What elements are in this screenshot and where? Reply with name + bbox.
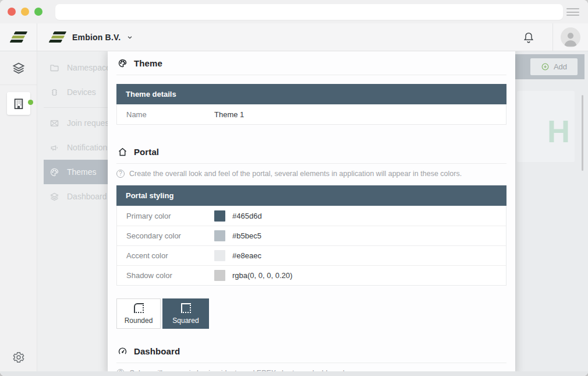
add-button[interactable]: Add <box>530 58 578 75</box>
building-icon <box>12 97 25 110</box>
layers-icon <box>12 61 26 75</box>
palette-icon <box>118 58 127 68</box>
color-swatch <box>214 250 225 261</box>
row-label: Secondary color <box>126 231 214 240</box>
subnav-divider <box>44 107 108 108</box>
theme-details-table-header: Theme details <box>116 84 506 104</box>
envelope-icon <box>49 118 59 128</box>
question-mark-icon: ? <box>116 170 125 178</box>
plus-circle-icon <box>541 62 550 71</box>
status-dot <box>28 100 33 105</box>
rounded-corner-icon <box>134 303 144 313</box>
rail-item-organization[interactable] <box>7 92 30 115</box>
zoom-window-button[interactable] <box>34 8 42 16</box>
minimize-window-button[interactable] <box>21 8 29 16</box>
browser-window: Embion B.V. <box>0 0 588 376</box>
row-label: Primary color <box>126 212 214 220</box>
rounded-corners-button[interactable]: Rounded <box>116 298 161 329</box>
table-row-name: Name Theme 1 <box>117 104 506 124</box>
portal-section-title: Portal <box>134 147 159 157</box>
color-swatch <box>214 210 225 222</box>
color-value: #465d6d <box>232 212 262 220</box>
scrollbar-thumb[interactable] <box>582 95 583 171</box>
browser-chrome <box>0 0 588 23</box>
color-value: #b5bec5 <box>232 231 261 240</box>
dashboard-section-header: Dashboard <box>116 339 506 363</box>
portal-section-header: Portal <box>116 140 506 164</box>
megaphone-icon <box>49 143 59 153</box>
rail-item-stack[interactable] <box>0 51 37 85</box>
row-label: Shadow color <box>126 271 214 280</box>
subnav-item-notifications[interactable]: Notifications <box>44 135 108 160</box>
dashboard-section-title: Dashboard <box>134 346 180 356</box>
folder-icon <box>49 63 59 73</box>
table-row-secondary-color: Secondary color #b5bec5 <box>117 226 506 245</box>
squared-corners-button[interactable]: Squared <box>162 298 209 329</box>
rail-logo-slot <box>0 23 37 51</box>
url-bar[interactable] <box>55 4 563 20</box>
subnav-item-dashboard-templates[interactable]: Dashboard templates <box>44 184 108 209</box>
organization-selector[interactable]: Embion B.V. <box>49 31 133 43</box>
organization-name: Embion B.V. <box>72 33 121 42</box>
portal-styling-table: Portal styling Primary color #465d6d Sec… <box>116 185 506 286</box>
table-row-primary-color: Primary color #465d6d <box>117 206 506 226</box>
portal-styling-table-header: Portal styling <box>116 185 506 206</box>
sub-navigation: Namespaces Devices Join requests Notific… <box>37 51 108 376</box>
subnav-item-devices[interactable]: Devices <box>44 80 108 104</box>
window-bottom-edge <box>0 371 588 376</box>
table-row-accent-color: Accent color #e8eaec <box>117 245 506 265</box>
color-swatch <box>214 270 225 281</box>
close-window-button[interactable] <box>8 8 16 16</box>
user-avatar[interactable] <box>561 27 580 47</box>
color-value: rgba(0, 0, 0, 0.20) <box>232 271 292 280</box>
person-icon <box>561 29 580 47</box>
table-row-shadow-color: Shadow color rgba(0, 0, 0, 0.20) <box>117 265 506 285</box>
layers-icon <box>49 192 59 202</box>
theme-panel: Theme Theme details Name Theme 1 Portal <box>108 51 515 376</box>
squared-corner-icon <box>181 303 191 313</box>
avatar-slot <box>552 23 588 51</box>
embion-logo-icon <box>10 31 27 43</box>
theme-card: H <box>517 91 575 162</box>
portal-description: ? Create the overall look and feel of th… <box>116 170 506 178</box>
theme-details-table: Theme details Name Theme 1 <box>116 84 506 125</box>
app-header: Embion B.V. <box>0 23 588 51</box>
gear-icon <box>12 351 25 364</box>
subnav-item-namespaces[interactable]: Namespaces <box>44 55 108 80</box>
theme-section-title: Theme <box>134 58 162 68</box>
theme-section-header: Theme <box>116 51 506 75</box>
row-value: Theme 1 <box>214 110 244 119</box>
traffic-lights <box>8 8 42 16</box>
color-swatch <box>214 230 225 241</box>
brand-letter: H <box>547 115 570 147</box>
notifications-bell-icon[interactable] <box>522 31 535 44</box>
organization-logo-icon <box>49 31 66 43</box>
rail-item-settings[interactable] <box>0 339 37 376</box>
subnav-item-join-requests[interactable]: Join requests <box>44 111 108 135</box>
subnav-item-themes[interactable]: Themes <box>44 160 108 184</box>
home-icon <box>118 147 127 157</box>
browser-menu-icon[interactable] <box>566 8 579 16</box>
chip-icon <box>49 87 59 97</box>
corner-style-toggle: Rounded Squared <box>116 298 506 329</box>
row-label: Name <box>126 110 214 119</box>
content-area: Namespaces Devices Join requests Notific… <box>37 51 588 376</box>
gauge-icon <box>118 346 127 356</box>
chevron-down-icon <box>127 34 133 40</box>
icon-rail <box>0 51 37 376</box>
color-value: #e8eaec <box>232 251 261 260</box>
row-label: Accent color <box>126 251 214 260</box>
palette-icon <box>49 167 59 177</box>
